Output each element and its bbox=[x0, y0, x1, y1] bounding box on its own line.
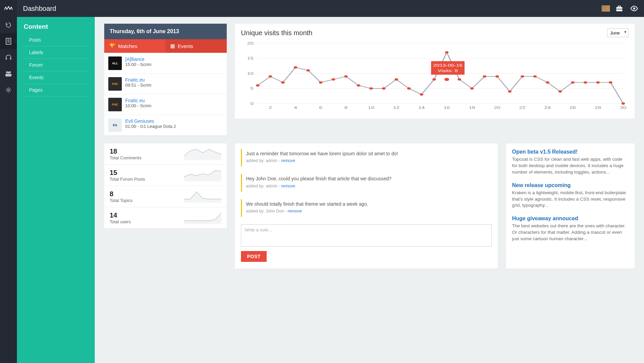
stat-row: 14Total users bbox=[104, 207, 227, 228]
chart-title: Unique visits this month bbox=[241, 29, 312, 37]
stat-row: 18Total Comments bbox=[104, 143, 227, 164]
team-link[interactable]: Fnatic.eu bbox=[125, 98, 145, 103]
sparkline bbox=[184, 212, 221, 224]
svg-point-54 bbox=[432, 78, 436, 81]
svg-point-51 bbox=[395, 78, 398, 81]
note-item: Just a reminder that tomorrow we have lo… bbox=[241, 149, 492, 166]
svg-point-42 bbox=[281, 81, 285, 84]
stat-value: 14 bbox=[110, 211, 131, 219]
team-logo: FNC bbox=[108, 98, 122, 111]
tab-events[interactable]: ▦ Events bbox=[165, 39, 227, 53]
note-remove-link[interactable]: remove bbox=[288, 209, 302, 213]
visits-line-chart: 05101520246810121416182022242628302013-0… bbox=[241, 40, 628, 114]
month-select[interactable]: June bbox=[607, 28, 628, 37]
note-meta: added by: admin - remove bbox=[246, 184, 488, 188]
sidebar-item-labels[interactable]: Labels bbox=[22, 46, 89, 59]
note-meta: added by: admin - remove bbox=[246, 158, 488, 163]
svg-point-65 bbox=[571, 81, 575, 84]
news-title[interactable]: Huge giveaway annouced bbox=[512, 215, 628, 222]
tab-matches[interactable]: 🏆 Matches bbox=[104, 39, 165, 53]
sidebar-item-posts[interactable]: Posts bbox=[22, 34, 89, 46]
svg-point-62 bbox=[533, 75, 537, 77]
schedule-card: Thursday, 6th of June 2013 🏆 Matches ▦ E… bbox=[104, 24, 227, 135]
svg-point-49 bbox=[369, 87, 373, 90]
svg-rect-9 bbox=[10, 58, 12, 60]
app-logo[interactable] bbox=[0, 0, 17, 17]
note-remove-link[interactable]: remove bbox=[281, 184, 295, 188]
svg-point-53 bbox=[420, 93, 423, 96]
team-link[interactable]: Fnatic.eu bbox=[125, 77, 145, 83]
trophy-icon: 🏆 bbox=[109, 43, 115, 49]
svg-rect-2 bbox=[616, 9, 622, 9]
svg-point-52 bbox=[407, 87, 411, 90]
team-logo: FNC bbox=[108, 77, 122, 91]
news-title[interactable]: New release upcoming bbox=[512, 182, 628, 188]
news-title[interactable]: Open beta v1.5 Released! bbox=[512, 149, 628, 155]
svg-text:26: 26 bbox=[570, 106, 576, 110]
svg-text:20: 20 bbox=[494, 106, 501, 110]
note-item: Hey John Doe, could you please finish th… bbox=[241, 174, 492, 191]
sidebar-item-events[interactable]: Events bbox=[22, 71, 89, 84]
news-body: Topcoat is CSS for clean and fast web ap… bbox=[512, 156, 628, 176]
svg-point-57 bbox=[470, 87, 474, 90]
rail-undo-icon[interactable] bbox=[0, 17, 17, 33]
sidebar-item-pages[interactable]: Pages bbox=[22, 84, 89, 96]
schedule-row[interactable]: FNCFnatic.eu09:51 - Scrim bbox=[104, 73, 227, 94]
svg-text:22: 22 bbox=[519, 106, 526, 110]
svg-text:4: 4 bbox=[294, 106, 297, 110]
schedule-row[interactable]: EGEvil Geniuses01:00 - G1 League Dota 2 bbox=[104, 115, 227, 135]
svg-point-73 bbox=[444, 77, 450, 81]
svg-point-69 bbox=[621, 103, 625, 105]
stat-label: Total Topics bbox=[110, 198, 133, 203]
briefcase-icon[interactable] bbox=[614, 3, 625, 14]
sparkline bbox=[184, 190, 221, 203]
svg-point-47 bbox=[344, 75, 348, 77]
team-link[interactable]: [A]lliance bbox=[125, 56, 145, 62]
svg-text:20: 20 bbox=[247, 41, 253, 45]
svg-text:10: 10 bbox=[368, 106, 374, 110]
svg-text:Visits: 8: Visits: 8 bbox=[438, 69, 458, 73]
page-title: Dashboard bbox=[17, 5, 56, 13]
tab-events-label: Events bbox=[178, 43, 193, 49]
post-button[interactable]: POST bbox=[241, 251, 267, 262]
rail-settings-icon[interactable] bbox=[0, 82, 17, 98]
news-item: Huge giveaway annoucedThe best websites … bbox=[512, 215, 628, 242]
svg-text:8: 8 bbox=[344, 106, 348, 110]
note-meta: added by: John Doe - remove bbox=[246, 209, 488, 213]
rail-users-icon[interactable] bbox=[0, 66, 17, 82]
team-logo: EG bbox=[108, 118, 122, 132]
stat-value: 15 bbox=[110, 169, 145, 177]
schedule-date: Thursday, 6th of June 2013 bbox=[104, 24, 227, 39]
notes-panel: Just a reminder that tomorrow we have lo… bbox=[235, 143, 498, 269]
svg-text:18: 18 bbox=[469, 106, 475, 110]
team-logo: ALL bbox=[108, 56, 122, 70]
rail-support-icon[interactable] bbox=[0, 49, 17, 66]
svg-text:14: 14 bbox=[418, 106, 425, 110]
match-time: 01:00 - G1 League Dota 2 bbox=[125, 124, 176, 129]
news-body: Kraken is a lightweight, mobile-first, f… bbox=[512, 190, 628, 209]
svg-point-40 bbox=[256, 84, 260, 87]
eye-icon[interactable] bbox=[628, 3, 640, 14]
note-body: Hey John Doe, could you please finish th… bbox=[246, 175, 488, 182]
svg-text:5: 5 bbox=[250, 87, 254, 91]
svg-point-66 bbox=[583, 81, 587, 84]
note-body: Just a reminder that tomorrow we have lo… bbox=[246, 150, 488, 157]
schedule-row[interactable]: FNCFnatic.eu10:00 - Scrim bbox=[104, 94, 227, 115]
match-time: 10:00 - Scrim bbox=[125, 103, 151, 108]
avatar[interactable] bbox=[601, 5, 610, 12]
svg-text:15: 15 bbox=[247, 56, 253, 61]
note-remove-link[interactable]: remove bbox=[281, 158, 295, 163]
svg-point-58 bbox=[483, 75, 486, 77]
schedule-row[interactable]: ALL[A]lliance15:00 - Scrim bbox=[104, 53, 227, 73]
svg-point-44 bbox=[306, 69, 310, 72]
match-time: 15:00 - Scrim bbox=[125, 62, 151, 67]
sparkline bbox=[184, 148, 221, 160]
note-input[interactable] bbox=[241, 224, 492, 247]
svg-point-61 bbox=[520, 75, 524, 77]
team-link[interactable]: Evil Geniuses bbox=[125, 118, 154, 124]
match-time: 09:51 - Scrim bbox=[125, 83, 151, 88]
rail-content-icon[interactable] bbox=[0, 33, 17, 49]
sidebar-item-forum[interactable]: Forum bbox=[22, 59, 89, 71]
news-panel: Open beta v1.5 Released!Topcoat is CSS f… bbox=[506, 143, 635, 269]
svg-rect-1 bbox=[618, 6, 620, 7]
